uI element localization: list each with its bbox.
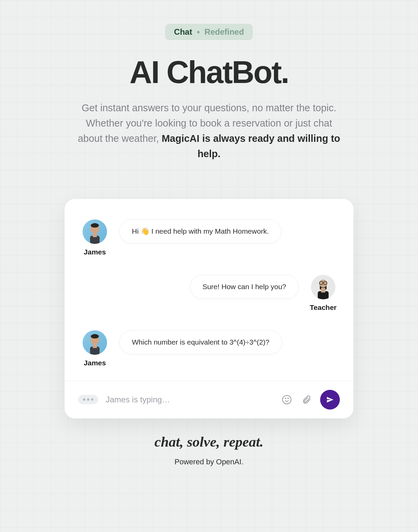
subtitle-strong: MagicAI is always ready and willing to h… [162, 133, 340, 159]
avatar-james [83, 219, 107, 244]
tagline: chat, solve, repeat. [155, 434, 264, 450]
avatar-block: James [80, 219, 110, 256]
avatar-block: Teacher [308, 275, 338, 312]
chat-input-bar: James is typing… [65, 381, 353, 418]
message-bubble: Hi 👋 I need help with my Math Homework. [119, 219, 281, 243]
avatar-name: James [84, 248, 106, 256]
svg-rect-2 [93, 232, 97, 237]
avatar-block: James [80, 330, 110, 367]
message-bubble: Which number is equivalent to 3^(4)÷3^(2… [119, 330, 282, 354]
messages-list: James Hi 👋 I need help with my Math Home… [65, 199, 353, 381]
send-button[interactable] [320, 390, 340, 410]
avatar-name: Teacher [310, 303, 337, 312]
attachment-icon[interactable] [300, 394, 313, 406]
page-title: AI ChatBot. [129, 54, 289, 90]
chat-card: James Hi 👋 I need help with my Math Home… [65, 199, 353, 418]
svg-point-11 [283, 395, 291, 404]
powered-by: Powered by OpenAI. [174, 458, 243, 466]
avatar-teacher [311, 275, 335, 299]
svg-rect-10 [93, 343, 97, 348]
svg-point-12 [285, 398, 286, 399]
message-bubble: Sure! How can I help you? [190, 275, 299, 299]
typing-indicator [78, 395, 98, 404]
header-badge: Chat • Redefined [165, 24, 253, 40]
typing-text[interactable]: James is typing… [106, 395, 273, 404]
badge-dot: • [197, 27, 199, 37]
page-subtitle: Get instant answers to your questions, n… [73, 100, 345, 162]
badge-chat: Chat [174, 27, 192, 37]
message-row: James Which number is equivalent to 3^(4… [80, 330, 338, 367]
message-row: Teacher Sure! How can I help you? [80, 275, 338, 312]
svg-point-13 [288, 398, 289, 399]
avatar-james [83, 330, 107, 355]
avatar-name: James [84, 359, 106, 367]
emoji-icon[interactable] [281, 394, 293, 406]
message-row: James Hi 👋 I need help with my Math Home… [80, 219, 338, 256]
svg-rect-7 [321, 288, 325, 293]
badge-redefined: Redefined [205, 27, 244, 37]
